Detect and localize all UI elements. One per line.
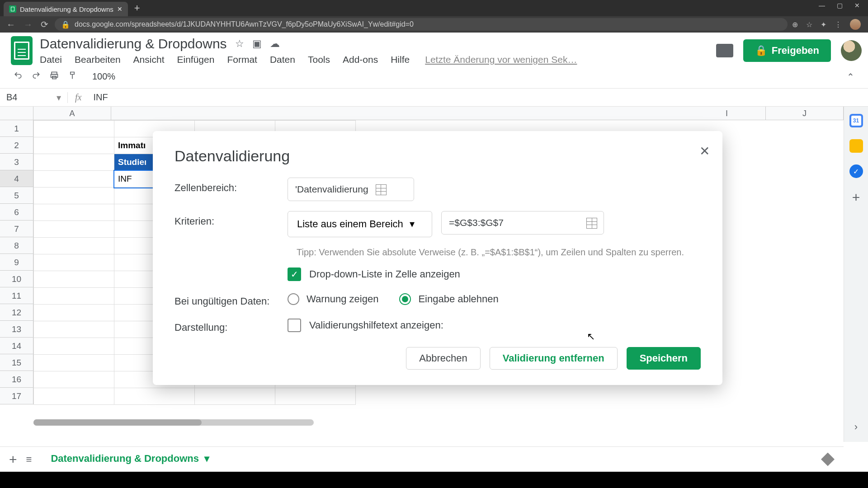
calendar-icon[interactable] — [849, 114, 863, 127]
sheet-tab-label: Datenvalidierung & Dropdowns — [51, 453, 199, 465]
name-box-value: B4 — [6, 92, 17, 103]
invalid-data-label: Bei ungültigen Daten: — [175, 291, 288, 307]
helptext-label: Validierungshilfetext anzeigen: — [309, 319, 443, 331]
cloud-status-icon[interactable]: ☁ — [270, 38, 280, 50]
redo-icon[interactable] — [32, 71, 41, 82]
reject-radio[interactable] — [399, 293, 411, 305]
criteria-tip: Tipp: Verwenden Sie absolute Verweise (z… — [288, 247, 701, 258]
menu-format[interactable]: Format — [227, 54, 257, 65]
extensions-icon[interactable]: ✦ — [821, 20, 826, 29]
chevron-down-icon: ▾ — [57, 92, 61, 103]
nav-reload-icon[interactable]: ⟳ — [39, 19, 50, 30]
paint-format-icon[interactable] — [68, 71, 77, 82]
menu-data[interactable]: Daten — [270, 54, 295, 65]
zoom-icon[interactable]: ⊕ — [792, 20, 798, 29]
menu-bar: Datei Bearbeiten Ansicht Einfügen Format… — [40, 52, 577, 65]
show-dropdown-label: Drop-down-Liste in Zelle anzeigen — [309, 268, 460, 280]
zoom-select[interactable]: 100% — [92, 71, 115, 82]
nav-back-icon[interactable]: ← — [5, 19, 17, 30]
name-box[interactable]: B4 ▾ — [0, 92, 68, 103]
appearance-label: Darstellung: — [175, 317, 288, 333]
account-avatar[interactable] — [841, 40, 862, 61]
cancel-button[interactable]: Abbrechen — [406, 347, 480, 370]
add-sheet-button[interactable]: + — [9, 452, 17, 467]
data-validation-dialog: Datenvalidierung ✕ Zellenbereich: 'Daten… — [153, 131, 722, 385]
url-text: docs.google.com/spreadsheets/d/1JKUDANYH… — [75, 20, 414, 28]
tasks-icon[interactable] — [849, 164, 863, 178]
sheet-tab[interactable]: Datenvalidierung & Dropdowns ▾ — [41, 448, 219, 470]
nav-forward-icon[interactable]: → — [22, 19, 34, 30]
print-icon[interactable] — [50, 71, 59, 82]
select-all-corner[interactable] — [0, 107, 33, 120]
column-headers[interactable]: A I J — [33, 107, 844, 120]
browser-tab[interactable]: Datenvalidierung & Dropdowns ✕ — [4, 2, 128, 16]
tab-title: Datenvalidierung & Dropdowns — [20, 5, 113, 13]
explore-icon[interactable] — [821, 453, 835, 466]
close-tab-icon[interactable]: ✕ — [117, 5, 123, 13]
comments-icon[interactable] — [716, 44, 733, 57]
reject-label: Eingabe ablehnen — [418, 293, 498, 305]
menu-edit[interactable]: Bearbeiten — [75, 54, 121, 65]
lock-icon: 🔒 — [755, 45, 767, 56]
col-header[interactable]: A — [33, 107, 111, 120]
grid-select-icon[interactable] — [376, 184, 386, 194]
grid-select-icon[interactable] — [586, 218, 596, 228]
new-tab-button[interactable]: + — [128, 2, 146, 14]
fx-icon: fx — [68, 92, 89, 103]
all-sheets-icon[interactable]: ≡ — [26, 454, 32, 465]
browser-tabbar: Datenvalidierung & Dropdowns ✕ + — ▢ ✕ — [0, 0, 868, 16]
browser-profile-avatar[interactable] — [850, 19, 861, 30]
sheets-logo-icon[interactable] — [11, 36, 33, 65]
browser-addressbar: ← → ⟳ 🔒 docs.google.com/spreadsheets/d/1… — [0, 16, 868, 33]
warn-label: Warnung zeigen — [307, 293, 378, 305]
lock-icon: 🔒 — [61, 20, 70, 29]
undo-icon[interactable] — [14, 71, 23, 82]
window-maximize-icon[interactable]: ▢ — [837, 2, 843, 9]
horizontal-scrollbar[interactable] — [33, 419, 314, 426]
move-to-folder-icon[interactable]: ▣ — [252, 38, 262, 50]
col-header[interactable]: J — [766, 107, 844, 120]
sheets-favicon-icon — [9, 5, 16, 13]
chevron-down-icon[interactable]: ▾ — [204, 453, 209, 465]
formula-bar[interactable]: INF — [89, 92, 108, 103]
keep-icon[interactable] — [849, 139, 863, 153]
sheet-tab-bar: + ≡ Datenvalidierung & Dropdowns ▾ — [0, 446, 844, 472]
browser-menu-icon[interactable]: ⋮ — [835, 20, 842, 29]
side-panel-collapse-icon[interactable]: › — [854, 421, 858, 433]
url-input[interactable]: 🔒 docs.google.com/spreadsheets/d/1JKUDAN… — [55, 18, 788, 31]
menu-addons[interactable]: Add-ons — [343, 54, 378, 65]
row-headers[interactable]: 123 456 789 101112 131415 1617 — [0, 120, 33, 404]
menu-help[interactable]: Hilfe — [391, 54, 410, 65]
toolbar: 100% ⌃ — [0, 65, 868, 89]
toolbar-collapse-icon[interactable]: ⌃ — [847, 71, 854, 82]
save-button[interactable]: Speichern — [627, 347, 701, 370]
criteria-range-input[interactable]: =$G$3:$G$7 — [441, 211, 604, 235]
show-dropdown-checkbox[interactable]: ✓ — [288, 267, 301, 281]
share-label: Freigeben — [772, 45, 819, 56]
criteria-type-select[interactable]: Liste aus einem Bereich ▾ — [288, 211, 432, 237]
window-close-icon[interactable]: ✕ — [854, 2, 860, 9]
col-header[interactable]: I — [688, 107, 766, 120]
share-button[interactable]: 🔒 Freigeben — [743, 39, 831, 62]
helptext-checkbox[interactable]: ✓ — [288, 319, 301, 332]
star-icon[interactable]: ☆ — [235, 38, 244, 50]
side-panel: + › — [844, 107, 868, 442]
criteria-label: Kriterien: — [175, 211, 288, 227]
menu-file[interactable]: Datei — [40, 54, 62, 65]
chevron-down-icon: ▾ — [410, 218, 415, 230]
cell-range-input[interactable]: 'Datenvalidierung — [288, 178, 414, 201]
menu-tools[interactable]: Tools — [308, 54, 330, 65]
menu-view[interactable]: Ansicht — [133, 54, 165, 65]
document-title[interactable]: Datenvalidierung & Dropdowns — [40, 36, 227, 52]
remove-validation-button[interactable]: Validierung entfernen — [490, 347, 618, 370]
last-edit-link[interactable]: Letzte Änderung vor wenigen Sek… — [425, 54, 577, 65]
bookmark-icon[interactable]: ☆ — [806, 20, 812, 29]
dialog-title: Datenvalidierung — [175, 147, 701, 165]
warn-radio[interactable] — [288, 293, 299, 305]
cell-range-label: Zellenbereich: — [175, 178, 288, 194]
window-minimize-icon[interactable]: — — [819, 2, 825, 9]
add-addon-icon[interactable]: + — [852, 190, 860, 205]
dialog-close-icon[interactable]: ✕ — [699, 144, 710, 159]
menu-insert[interactable]: Einfügen — [177, 54, 214, 65]
